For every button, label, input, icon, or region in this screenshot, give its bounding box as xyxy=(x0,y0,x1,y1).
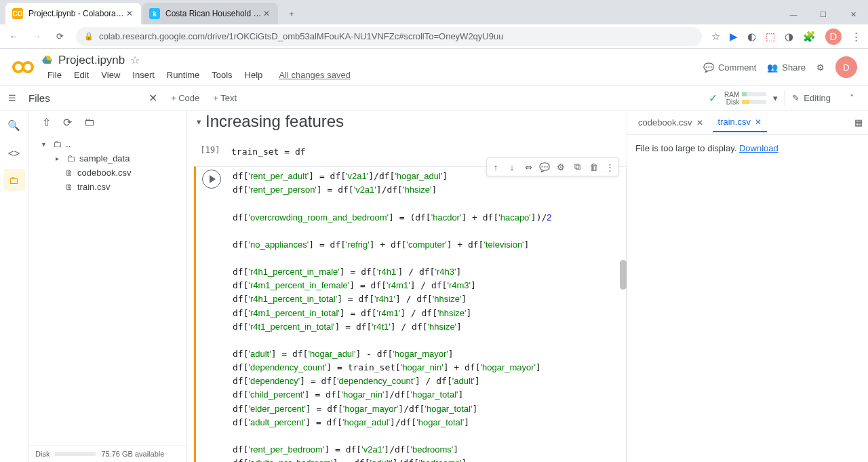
drive-icon xyxy=(42,55,53,66)
ext-icon-4[interactable]: ◑ xyxy=(785,31,793,43)
tab-title: Project.ipynb - Colaboratory xyxy=(28,9,125,18)
ext-icon-2[interactable]: ◐ xyxy=(747,31,756,43)
colab-header: Project.ipynb ☆ File Edit View Insert Ru… xyxy=(0,49,868,86)
collapse-icon[interactable]: ˄ xyxy=(844,90,860,106)
files-panel-title: Files xyxy=(28,92,50,104)
menu-view[interactable]: View xyxy=(96,69,125,81)
menu-insert[interactable]: Insert xyxy=(127,69,160,81)
chevron-down-icon[interactable]: ▾ xyxy=(197,117,201,127)
folder-icon[interactable]: 🗀 xyxy=(3,169,25,191)
comment-cell-icon[interactable]: 💬 xyxy=(537,159,552,174)
menu-edit[interactable]: Edit xyxy=(68,69,94,81)
notebook-area[interactable]: ▾ Increasing features [19] train_set = d… xyxy=(187,111,627,462)
add-code-button[interactable]: + Code xyxy=(164,90,206,106)
pencil-icon: ✎ xyxy=(792,93,800,103)
link-icon[interactable]: ⇔ xyxy=(521,159,536,174)
address-bar: ← → ⟳ 🔒 colab.research.google.com/drive/… xyxy=(0,24,868,49)
share-icon: 👥 xyxy=(767,62,778,73)
browser-tab-strip: CO Project.ipynb - Colaboratory ✕ k Cost… xyxy=(0,0,868,24)
maximize-icon[interactable]: ☐ xyxy=(808,4,838,24)
check-icon: ✓ xyxy=(709,92,717,104)
mirror-icon[interactable]: ⧉ xyxy=(570,159,585,174)
move-down-icon[interactable]: ↓ xyxy=(505,159,519,174)
editing-mode-button[interactable]: ✎ Editing xyxy=(785,90,837,106)
disk-footer: Disk 75.76 GB available xyxy=(28,445,186,462)
browser-tab-active[interactable]: CO Project.ipynb - Colaboratory ✕ xyxy=(5,3,141,24)
refresh-icon[interactable]: ⟳ xyxy=(63,116,72,129)
favicon-colab: CO xyxy=(12,8,23,19)
save-status[interactable]: All changes saved xyxy=(273,69,356,81)
menu-runtime[interactable]: Runtime xyxy=(161,69,205,81)
grid-icon[interactable]: ▦ xyxy=(854,117,863,128)
close-icon[interactable]: ✕ xyxy=(262,9,271,18)
window-controls: — ☐ ✕ xyxy=(778,4,868,24)
more-icon[interactable]: ⋮ xyxy=(602,159,617,174)
close-window-icon[interactable]: ✕ xyxy=(838,4,868,24)
ext-icon-1[interactable]: ▶ xyxy=(730,31,738,43)
cell-toolbar: ↑ ↓ ⇔ 💬 ⚙ ⧉ 🗑 ⋮ xyxy=(486,157,619,176)
star-icon[interactable]: ☆ xyxy=(130,54,140,66)
back-icon[interactable]: ← xyxy=(7,31,20,41)
url-input[interactable]: 🔒 colab.research.google.com/drive/1rOKCi… xyxy=(76,27,702,46)
cell-prompt: [19] xyxy=(201,145,220,155)
upload-icon[interactable]: ⇧ xyxy=(42,116,51,129)
close-icon[interactable]: ✕ xyxy=(125,9,134,18)
star-icon[interactable]: ☆ xyxy=(711,31,720,43)
settings-icon[interactable]: ⚙ xyxy=(553,159,568,174)
menu-tools[interactable]: Tools xyxy=(206,69,237,81)
close-tab-icon[interactable]: ✕ xyxy=(696,118,703,128)
move-up-icon[interactable]: ↑ xyxy=(488,159,503,174)
file-icon: 🗎 xyxy=(65,168,73,178)
search-icon[interactable]: 🔍 xyxy=(3,115,25,136)
code-snippet-icon[interactable]: <> xyxy=(3,142,25,163)
colab-logo[interactable] xyxy=(11,55,35,79)
code-cell-active[interactable]: ↑ ↓ ⇔ 💬 ⚙ ⧉ 🗑 ⋮ df['rent_per_adult'] = d… xyxy=(194,166,627,462)
tree-file[interactable]: 🗎 train.csv xyxy=(28,180,186,194)
forward-icon[interactable]: → xyxy=(30,31,43,41)
run-cell-button[interactable] xyxy=(202,170,221,189)
comment-button[interactable]: 💬 Comment xyxy=(703,62,756,73)
mount-drive-icon[interactable]: 🗀 xyxy=(84,116,95,129)
tree-file[interactable]: 🗎 codebook.csv xyxy=(28,166,186,180)
delete-icon[interactable]: 🗑 xyxy=(586,159,601,174)
section-heading[interactable]: ▾ Increasing features xyxy=(194,111,627,138)
tree-root[interactable]: ▾ 🗀 .. xyxy=(28,137,186,151)
minimize-icon[interactable]: — xyxy=(778,4,808,24)
file-icon: 🗎 xyxy=(65,182,73,192)
close-panel-icon[interactable]: ✕ xyxy=(149,92,157,104)
reload-icon[interactable]: ⟳ xyxy=(53,31,66,41)
browser-tab[interactable]: k Costa Rican Household Poverty ✕ xyxy=(142,3,278,24)
menu-bar: File Edit View Insert Runtime Tools Help… xyxy=(42,69,703,81)
mini-sidebar: 🔍 <> 🗀 xyxy=(0,111,28,462)
document-title[interactable]: Project.ipynb xyxy=(58,54,125,67)
close-tab-icon[interactable]: ✕ xyxy=(755,117,762,127)
code-editor[interactable]: df['rent_per_adult'] = df['v2a1']/df['ho… xyxy=(227,167,626,462)
tab-train[interactable]: train.csv ✕ xyxy=(713,113,767,132)
share-button[interactable]: 👥 Share xyxy=(767,62,806,73)
dropdown-icon[interactable]: ▾ xyxy=(773,93,778,103)
new-tab-button[interactable]: + xyxy=(282,4,301,23)
comment-icon: 💬 xyxy=(703,62,714,73)
right-panel: codebook.csv ✕ train.csv ✕ ▦ File is too… xyxy=(627,111,868,462)
tree-folder[interactable]: ▸ 🗀 sample_data xyxy=(28,151,186,166)
right-panel-body: File is too large to display. Download xyxy=(627,135,868,161)
ext-icon-3[interactable]: ⬚ xyxy=(766,31,775,43)
menu-file[interactable]: File xyxy=(42,69,67,81)
profile-avatar[interactable]: D xyxy=(825,28,842,45)
favicon-kaggle: k xyxy=(149,8,160,19)
tab-codebook[interactable]: codebook.csv ✕ xyxy=(633,113,709,132)
extensions-icon[interactable]: 🧩 xyxy=(803,31,816,43)
folder-icon: 🗀 xyxy=(53,139,62,149)
add-text-button[interactable]: + Text xyxy=(206,90,243,106)
menu-icon[interactable]: ⋮ xyxy=(851,31,861,43)
gear-icon[interactable]: ⚙ xyxy=(816,62,825,73)
hamburger-icon[interactable]: ☰ xyxy=(0,93,16,103)
user-avatar[interactable]: D xyxy=(835,56,857,78)
scrollbar-thumb[interactable] xyxy=(620,260,627,290)
resource-meter[interactable]: RAM Disk xyxy=(724,91,766,106)
main-area: 🔍 <> 🗀 ⇧ ⟳ 🗀 ▾ 🗀 .. ▸ 🗀 sample_data 🗎 co… xyxy=(0,111,868,462)
toolbar-row: ☰ Files ✕ + Code + Text ✓ RAM Disk ▾ ✎ E… xyxy=(0,86,868,111)
svg-point-1 xyxy=(23,62,33,72)
menu-help[interactable]: Help xyxy=(239,69,269,81)
download-link[interactable]: Download xyxy=(739,143,778,153)
